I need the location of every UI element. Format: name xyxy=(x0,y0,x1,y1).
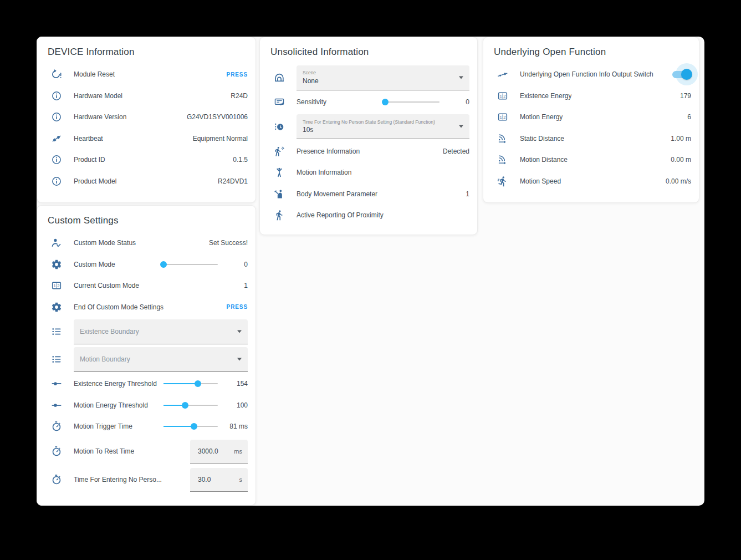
row-active-reporting-of-proximity: Active Reporting Of Proximity xyxy=(268,205,470,226)
row-label: Hardware Model xyxy=(74,92,122,100)
row-time-for-entering-no-person-state-setting-standard-function: Time For Entering No Person State Settin… xyxy=(268,113,470,141)
input-motion-to-rest-time[interactable]: 3000.0ms xyxy=(190,440,248,464)
row-label: Motion To Rest Time xyxy=(74,447,134,455)
row-label: Existence Energy xyxy=(520,92,571,100)
number-icon: 12 xyxy=(495,90,510,101)
row-value: Equipment Normal xyxy=(193,135,248,142)
row-value: 1.00 m xyxy=(671,135,691,142)
row-motion-boundary: Motion Boundary xyxy=(45,345,248,373)
row-motion-speed: Motion Speed0.00 m/s xyxy=(492,171,692,192)
speed-icon xyxy=(495,176,510,187)
row-label: Motion Trigger Time xyxy=(74,422,132,430)
row-custom-mode-status: Custom Mode StatusSet Success! xyxy=(45,232,248,254)
row-value: 0.00 m/s xyxy=(666,177,691,185)
timer-icon xyxy=(49,446,64,457)
row-value: 179 xyxy=(680,92,691,100)
row-value: 1 xyxy=(466,190,469,198)
row-hardware-model: Hardware ModelR24D xyxy=(45,85,248,107)
row-value: G24VD1SYV001006 xyxy=(187,113,248,121)
body-movement-icon xyxy=(272,189,287,200)
proximity-icon xyxy=(272,210,287,221)
row-label: Presence Information xyxy=(297,147,360,155)
svg-text:2: 2 xyxy=(57,283,59,288)
gear-icon xyxy=(49,302,64,313)
row-motion-energy-threshold: Motion Energy Threshold100 xyxy=(45,395,248,416)
row-value: 6 xyxy=(687,113,691,121)
slider-thumb[interactable] xyxy=(160,261,167,268)
row-value: Detected xyxy=(443,147,469,155)
list-icon xyxy=(49,354,64,365)
row-label: Body Movement Parameter xyxy=(297,190,377,198)
dropdown-time-for-entering-no-person-state-setting-standard-function[interactable]: Time For Entering No Person State Settin… xyxy=(297,114,469,139)
row-label: Custom Mode Status xyxy=(74,239,136,247)
row-module-reset: Module ResetPRESS xyxy=(45,64,248,85)
slider-thumb[interactable] xyxy=(182,402,188,409)
number-icon: 12 xyxy=(49,280,64,291)
person-check-icon xyxy=(49,237,64,248)
slider-motion-trigger-time[interactable] xyxy=(163,426,218,427)
row-product-model: Product ModelR24DVD1 xyxy=(45,171,248,192)
row-value: 0 xyxy=(444,98,469,106)
row-heartbeat: HeartbeatEquipment Normal xyxy=(45,128,248,150)
row-label: Module Reset xyxy=(74,70,115,78)
row-sensitivity: Sensitivity0 xyxy=(268,91,470,113)
info-icon xyxy=(49,90,64,101)
dropdown-existence-boundary[interactable]: Existence Boundary xyxy=(74,319,248,344)
end-of-custom-mode-settings-button[interactable]: PRESS xyxy=(227,304,248,310)
sensitivity-icon xyxy=(272,96,287,108)
row-existence-energy: 12Existence Energy179 xyxy=(492,85,692,107)
slider-existence-energy-threshold[interactable] xyxy=(163,383,218,384)
slider-motion-energy-threshold[interactable] xyxy=(163,405,218,406)
slider-sensitivity[interactable] xyxy=(385,101,440,103)
module-reset-button[interactable]: PRESS xyxy=(227,72,248,78)
input-time-for-entering-no-perso[interactable]: 30.0s xyxy=(190,468,248,492)
row-value: 1 xyxy=(244,282,248,289)
app-window: DEVICE InformationModule ResetPRESSHardw… xyxy=(0,0,741,560)
row-label: Hardware Version xyxy=(74,113,126,121)
row-body-movement-parameter: Body Movement Parameter1 xyxy=(268,184,470,205)
slider-thumb[interactable] xyxy=(195,380,201,387)
row-motion-to-rest-time: Motion To Rest Time3000.0ms xyxy=(45,437,248,466)
dropdown-label: Existence Boundary xyxy=(80,328,231,335)
reset-icon xyxy=(49,69,64,80)
row-hardware-version: Hardware VersionG24VD1SYV001006 xyxy=(45,106,248,128)
timer-icon xyxy=(49,474,64,485)
svg-text:1: 1 xyxy=(500,115,502,120)
row-value: Set Success! xyxy=(209,239,248,247)
switch-icon xyxy=(495,69,510,80)
slider-fill xyxy=(163,426,194,427)
card-title: Underlying Open Function xyxy=(494,47,692,58)
list-icon xyxy=(49,326,64,337)
slider-thumb[interactable] xyxy=(382,99,389,105)
dropdown-scene[interactable]: SceneNone xyxy=(297,65,469,90)
dropdown-label: Motion Boundary xyxy=(80,355,231,363)
dropdown-value: None xyxy=(303,77,453,85)
row-end-of-custom-mode-settings: End Of Custom Mode SettingsPRESS xyxy=(45,297,248,318)
svg-text:1: 1 xyxy=(500,94,502,99)
row-motion-trigger-time: Motion Trigger Time81 ms xyxy=(45,416,248,437)
underlying-open-function: Underlying Open FunctionUnderlying Open … xyxy=(483,37,699,203)
dropdown-motion-boundary[interactable]: Motion Boundary xyxy=(74,347,248,372)
row-existence-energy-threshold: Existence Energy Threshold154 xyxy=(45,373,248,395)
row-label: Underlying Open Function Info Output Swi… xyxy=(520,70,653,78)
row-time-for-entering-no-perso: Time For Entering No Perso...30.0s xyxy=(45,466,248,494)
unsolicited-information: Unsolicited InformationSceneNoneSensitiv… xyxy=(259,37,478,235)
row-presence-information: Presence InformationDetected xyxy=(268,141,470,162)
threshold-icon xyxy=(49,400,64,411)
svg-text:2: 2 xyxy=(503,94,505,99)
scene-icon xyxy=(272,72,287,83)
svg-text:2: 2 xyxy=(503,115,505,120)
card-title: DEVICE Information xyxy=(48,47,248,58)
row-label: Motion Energy xyxy=(520,113,563,121)
slider-custom-mode[interactable] xyxy=(163,264,218,265)
chevron-down-icon xyxy=(459,76,463,79)
row-label: Product Model xyxy=(74,177,116,185)
row-scene: SceneNone xyxy=(268,64,470,91)
dropdown-value: 10s xyxy=(303,126,453,134)
slider-thumb[interactable] xyxy=(191,423,197,430)
input-unit: ms xyxy=(234,448,242,455)
row-motion-distance: Motion Distance0.00 m xyxy=(492,149,692,171)
toggle-underlying-open-function-info-output-switch[interactable] xyxy=(671,69,691,80)
custom-settings: Custom SettingsCustom Mode StatusSet Suc… xyxy=(37,205,256,506)
info-icon xyxy=(49,176,64,187)
